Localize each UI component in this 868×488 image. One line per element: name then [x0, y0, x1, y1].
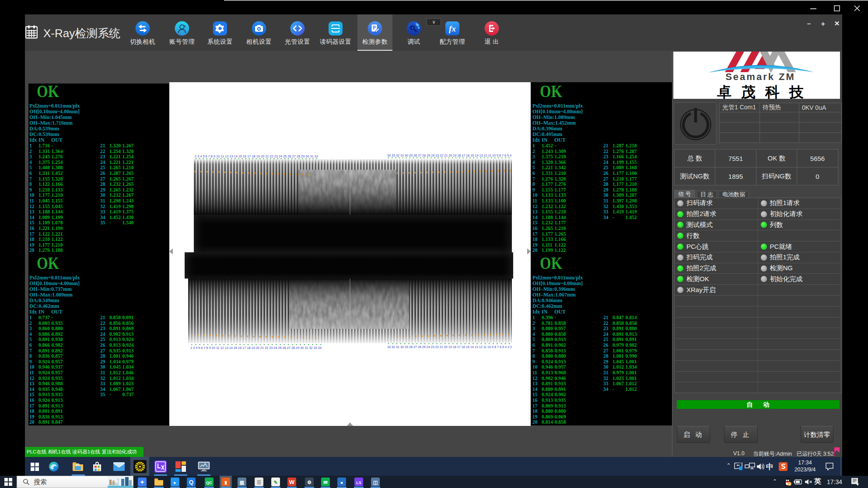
- svg-text:▥: ▥: [240, 480, 244, 485]
- svg-text:Seamark ZM: Seamark ZM: [725, 71, 795, 82]
- svg-text:2 3 4 5 6 7 8 9 10 11 12 13 14: 2 3 4 5 6 7 8 9 10 11 12 13 14 15 16 17 …: [195, 155, 318, 158]
- svg-text:▮: ▮: [224, 480, 227, 485]
- svg-text:33 32 31 30 29 28 27 26 25 24: 33 32 31 30 29 28 27 26 25 24 23 22 21 2…: [387, 345, 512, 349]
- svg-text:✦: ✦: [140, 479, 144, 485]
- svg-text:⚙: ⚙: [307, 480, 312, 485]
- svg-text:✉: ✉: [323, 480, 327, 485]
- svg-text:LS: LS: [356, 481, 361, 485]
- svg-text:34 33 32 31 30 29 28 27 26 25: 34 33 32 31 30 29 28 27 26 25 24 23 22 2…: [387, 154, 511, 157]
- svg-text:■: ■: [340, 481, 343, 485]
- svg-text:►: ►: [173, 481, 177, 485]
- svg-text:QC: QC: [206, 481, 212, 485]
- svg-text:卓茂科技: 卓茂科技: [717, 84, 813, 99]
- svg-text:fx: fx: [449, 24, 456, 33]
- svg-text:Q: Q: [189, 479, 193, 485]
- svg-text:◫: ◫: [373, 480, 378, 485]
- svg-text:2 3 4 5 6 7 8 9 10 11 12 13 14: 2 3 4 5 6 7 8 9 10 11 12 13 14 15 16 17 …: [190, 346, 322, 349]
- svg-text:✎: ✎: [273, 480, 277, 485]
- svg-text:W: W: [289, 479, 295, 485]
- svg-text:☰: ☰: [257, 480, 261, 485]
